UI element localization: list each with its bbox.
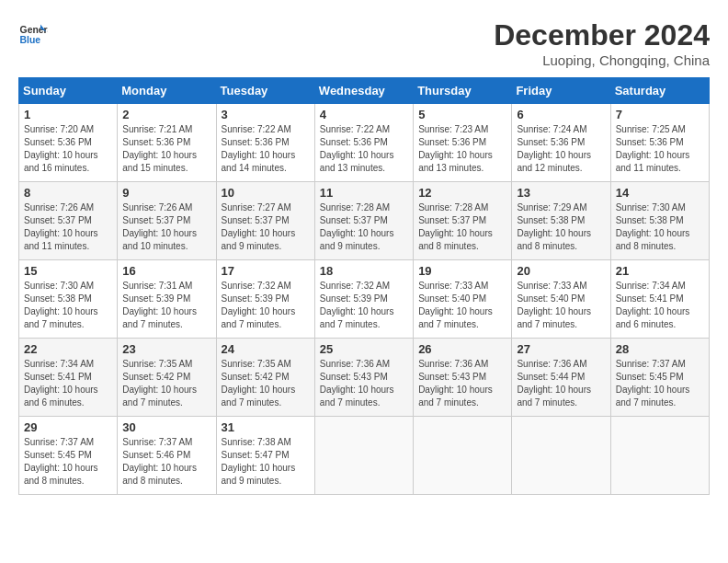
day-number: 20	[517, 264, 605, 278]
day-info: Sunrise: 7:31 AM Sunset: 5:39 PM Dayligh…	[122, 280, 210, 331]
day-cell-10: 10 Sunrise: 7:27 AM Sunset: 5:37 PM Dayl…	[216, 182, 314, 260]
day-number: 19	[418, 264, 506, 278]
day-info: Sunrise: 7:25 AM Sunset: 5:36 PM Dayligh…	[616, 123, 704, 175]
day-cell-23: 23 Sunrise: 7:35 AM Sunset: 5:42 PM Dayl…	[118, 339, 216, 417]
day-cell-1: 1 Sunrise: 7:20 AM Sunset: 5:36 PM Dayli…	[19, 104, 118, 182]
day-info: Sunrise: 7:27 AM Sunset: 5:37 PM Dayligh…	[222, 201, 310, 253]
day-cell-24: 24 Sunrise: 7:35 AM Sunset: 5:42 PM Dayl…	[216, 339, 314, 417]
day-cell-29: 29 Sunrise: 7:37 AM Sunset: 5:45 PM Dayl…	[19, 417, 118, 495]
day-info: Sunrise: 7:32 AM Sunset: 5:39 PM Dayligh…	[320, 280, 408, 331]
day-info: Sunrise: 7:28 AM Sunset: 5:37 PM Dayligh…	[320, 201, 408, 253]
day-number: 1	[24, 108, 112, 121]
day-number: 25	[320, 342, 408, 356]
day-cell-16: 16 Sunrise: 7:31 AM Sunset: 5:39 PM Dayl…	[118, 260, 216, 339]
day-cell-4: 4 Sunrise: 7:22 AM Sunset: 5:36 PM Dayli…	[314, 104, 413, 182]
day-number: 10	[222, 186, 310, 200]
day-info: Sunrise: 7:22 AM Sunset: 5:36 PM Dayligh…	[320, 123, 408, 175]
day-number: 30	[122, 420, 210, 434]
logo: General Blue	[18, 18, 48, 48]
day-info: Sunrise: 7:30 AM Sunset: 5:38 PM Dayligh…	[24, 280, 112, 331]
day-cell-20: 20 Sunrise: 7:33 AM Sunset: 5:40 PM Dayl…	[512, 260, 610, 339]
day-number: 14	[616, 186, 704, 200]
day-number: 23	[122, 342, 210, 356]
day-cell-12: 12 Sunrise: 7:28 AM Sunset: 5:37 PM Dayl…	[414, 182, 512, 260]
day-info: Sunrise: 7:34 AM Sunset: 5:41 PM Dayligh…	[616, 280, 704, 331]
day-info: Sunrise: 7:28 AM Sunset: 5:37 PM Dayligh…	[418, 201, 506, 253]
col-monday: Monday	[118, 78, 216, 104]
day-number: 21	[616, 264, 704, 278]
day-info: Sunrise: 7:33 AM Sunset: 5:40 PM Dayligh…	[418, 280, 506, 331]
week-row-5: 29 Sunrise: 7:37 AM Sunset: 5:45 PM Dayl…	[19, 417, 710, 495]
calendar-header-row: Sunday Monday Tuesday Wednesday Thursday…	[19, 78, 710, 104]
month-year-title: December 2024	[494, 18, 710, 52]
day-number: 2	[122, 108, 210, 121]
day-number: 17	[222, 264, 310, 278]
empty-cell	[314, 417, 413, 495]
day-cell-14: 14 Sunrise: 7:30 AM Sunset: 5:38 PM Dayl…	[610, 182, 709, 260]
day-info: Sunrise: 7:20 AM Sunset: 5:36 PM Dayligh…	[24, 123, 112, 175]
week-row-1: 1 Sunrise: 7:20 AM Sunset: 5:36 PM Dayli…	[19, 104, 710, 182]
day-number: 11	[320, 186, 408, 200]
day-info: Sunrise: 7:34 AM Sunset: 5:41 PM Dayligh…	[24, 358, 112, 409]
day-number: 15	[24, 264, 112, 278]
day-info: Sunrise: 7:22 AM Sunset: 5:36 PM Dayligh…	[222, 123, 310, 175]
col-thursday: Thursday	[414, 78, 512, 104]
svg-text:Blue: Blue	[20, 35, 41, 45]
empty-cell	[414, 417, 512, 495]
col-tuesday: Tuesday	[216, 78, 314, 104]
day-number: 29	[24, 420, 112, 434]
day-number: 27	[517, 342, 605, 356]
day-number: 9	[122, 186, 210, 200]
day-number: 18	[320, 264, 408, 278]
day-cell-25: 25 Sunrise: 7:36 AM Sunset: 5:43 PM Dayl…	[314, 339, 413, 417]
day-info: Sunrise: 7:21 AM Sunset: 5:36 PM Dayligh…	[122, 123, 210, 175]
day-number: 4	[320, 108, 408, 121]
day-info: Sunrise: 7:26 AM Sunset: 5:37 PM Dayligh…	[24, 201, 112, 253]
day-cell-2: 2 Sunrise: 7:21 AM Sunset: 5:36 PM Dayli…	[118, 104, 216, 182]
empty-cell	[610, 417, 709, 495]
day-info: Sunrise: 7:37 AM Sunset: 5:45 PM Dayligh…	[616, 358, 704, 409]
day-info: Sunrise: 7:36 AM Sunset: 5:44 PM Dayligh…	[517, 358, 605, 409]
day-cell-15: 15 Sunrise: 7:30 AM Sunset: 5:38 PM Dayl…	[19, 260, 118, 339]
title-section: December 2024 Luoping, Chongqing, China	[494, 18, 710, 68]
day-number: 13	[517, 186, 605, 200]
day-number: 12	[418, 186, 506, 200]
logo-icon: General Blue	[18, 18, 48, 48]
day-cell-5: 5 Sunrise: 7:23 AM Sunset: 5:36 PM Dayli…	[414, 104, 512, 182]
day-number: 24	[222, 342, 310, 356]
day-number: 31	[222, 420, 310, 434]
day-cell-13: 13 Sunrise: 7:29 AM Sunset: 5:38 PM Dayl…	[512, 182, 610, 260]
day-number: 5	[418, 108, 506, 121]
col-wednesday: Wednesday	[314, 78, 413, 104]
day-number: 26	[418, 342, 506, 356]
day-cell-11: 11 Sunrise: 7:28 AM Sunset: 5:37 PM Dayl…	[314, 182, 413, 260]
page-header: General Blue December 2024 Luoping, Chon…	[18, 18, 710, 68]
day-cell-30: 30 Sunrise: 7:37 AM Sunset: 5:46 PM Dayl…	[118, 417, 216, 495]
day-number: 3	[222, 108, 310, 121]
day-info: Sunrise: 7:33 AM Sunset: 5:40 PM Dayligh…	[517, 280, 605, 331]
day-cell-18: 18 Sunrise: 7:32 AM Sunset: 5:39 PM Dayl…	[314, 260, 413, 339]
day-cell-3: 3 Sunrise: 7:22 AM Sunset: 5:36 PM Dayli…	[216, 104, 314, 182]
day-info: Sunrise: 7:32 AM Sunset: 5:39 PM Dayligh…	[222, 280, 310, 331]
day-cell-22: 22 Sunrise: 7:34 AM Sunset: 5:41 PM Dayl…	[19, 339, 118, 417]
col-sunday: Sunday	[19, 78, 118, 104]
day-cell-6: 6 Sunrise: 7:24 AM Sunset: 5:36 PM Dayli…	[512, 104, 610, 182]
day-cell-28: 28 Sunrise: 7:37 AM Sunset: 5:45 PM Dayl…	[610, 339, 709, 417]
week-row-2: 8 Sunrise: 7:26 AM Sunset: 5:37 PM Dayli…	[19, 182, 710, 260]
day-info: Sunrise: 7:36 AM Sunset: 5:43 PM Dayligh…	[320, 358, 408, 409]
day-info: Sunrise: 7:26 AM Sunset: 5:37 PM Dayligh…	[122, 201, 210, 253]
day-info: Sunrise: 7:24 AM Sunset: 5:36 PM Dayligh…	[517, 123, 605, 175]
location-label: Luoping, Chongqing, China	[494, 52, 710, 68]
day-number: 28	[616, 342, 704, 356]
week-row-4: 22 Sunrise: 7:34 AM Sunset: 5:41 PM Dayl…	[19, 339, 710, 417]
day-cell-7: 7 Sunrise: 7:25 AM Sunset: 5:36 PM Dayli…	[610, 104, 709, 182]
week-row-3: 15 Sunrise: 7:30 AM Sunset: 5:38 PM Dayl…	[19, 260, 710, 339]
calendar-table: Sunday Monday Tuesday Wednesday Thursday…	[18, 77, 710, 495]
day-info: Sunrise: 7:37 AM Sunset: 5:45 PM Dayligh…	[24, 436, 112, 488]
day-info: Sunrise: 7:29 AM Sunset: 5:38 PM Dayligh…	[517, 201, 605, 253]
day-number: 22	[24, 342, 112, 356]
day-info: Sunrise: 7:37 AM Sunset: 5:46 PM Dayligh…	[122, 436, 210, 488]
day-info: Sunrise: 7:35 AM Sunset: 5:42 PM Dayligh…	[222, 358, 310, 409]
col-saturday: Saturday	[610, 78, 709, 104]
day-info: Sunrise: 7:23 AM Sunset: 5:36 PM Dayligh…	[418, 123, 506, 175]
